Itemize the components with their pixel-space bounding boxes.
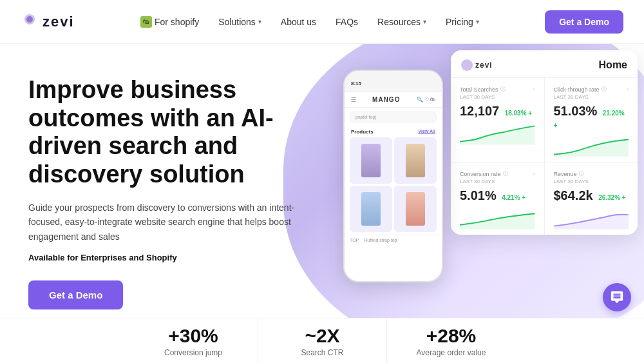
phone-product-grid: Frilled dress... Printed flowy... Frille… — [345, 137, 442, 232]
hero-badge: Available for Enterprises and Shopify — [28, 253, 309, 262]
hero-title: Improve business outcomes with an AI-dri… — [28, 76, 309, 189]
logo-icon — [21, 13, 39, 31]
product-figure-2 — [406, 144, 425, 177]
stats-bar: +30% Conversion jump ~2X Search CTR +28%… — [0, 318, 644, 363]
metric-conversion: Conversion rate ⓘ › LAST 30 DAYS 5.01% 4… — [451, 162, 544, 235]
hero-subtitle: Guide your prospects from discovery to c… — [28, 201, 299, 244]
info-icon-searches: ⓘ — [500, 86, 506, 93]
chart-searches — [460, 123, 535, 145]
phone-product-3[interactable]: Frilled flowy... — [350, 186, 392, 232]
dashboard-logo: zevi — [461, 59, 493, 71]
product-figure-1 — [361, 144, 381, 177]
chart-revenue — [554, 207, 629, 230]
stat-aov: +28% Average order value — [386, 319, 515, 364]
phone-header: ☰ MANGO 🔍 ♡ 🛍 — [345, 92, 442, 108]
arrow-icon-conversion[interactable]: › — [533, 171, 535, 177]
chevron-down-icon: ▾ — [258, 18, 261, 25]
hero-cta-button[interactable]: Get a Demo — [28, 280, 123, 309]
chevron-down-icon-resources: ▾ — [423, 18, 426, 25]
phone-search-bar[interactable]: pastel top| — [350, 112, 437, 123]
nav-resources[interactable]: Resources ▾ — [370, 13, 434, 31]
stat-ctr-label: Search CTR — [271, 348, 374, 357]
stat-conversion-value: +30% — [142, 325, 245, 347]
info-icon-revenue: ⓘ — [579, 170, 584, 177]
navbar: zevi 🛍 For shopify Solutions ▾ About us … — [0, 0, 644, 44]
shopify-icon: 🛍 — [140, 16, 152, 28]
chevron-down-icon-pricing: ▾ — [476, 18, 479, 25]
stat-conversion: +30% Conversion jump — [129, 319, 258, 364]
metric-ctr: Click-through rate ⓘ › LAST 30 DAYS 51.0… — [545, 78, 638, 162]
dashboard-header: zevi Home — [451, 50, 638, 78]
stat-ctr-value: ~2X — [271, 325, 374, 347]
dashboard-card: zevi Home Total Searches ⓘ › LAST 30 DAY… — [451, 50, 638, 235]
hero-section: Improve business outcomes with an AI-dri… — [0, 44, 644, 363]
stat-aov-label: Average order value — [400, 348, 502, 357]
chat-button[interactable] — [603, 283, 631, 311]
dashboard-logo-icon — [461, 59, 473, 71]
brand-name: zevi — [43, 14, 75, 30]
nav-for-shopify[interactable]: 🛍 For shopify — [133, 12, 207, 32]
phone-product-1[interactable]: Frilled dress... — [350, 137, 392, 184]
logo[interactable]: zevi — [21, 13, 75, 31]
nav-faqs[interactable]: FAQs — [328, 13, 366, 31]
phone-action-icons: 🔍 ♡ 🛍 — [417, 97, 435, 103]
nav-links: 🛍 For shopify Solutions ▾ About us FAQs … — [133, 12, 487, 32]
phone-bottom-bar: TOP Ruffled strap top — [345, 235, 442, 245]
metric-revenue: Revenue ⓘ LAST 30 DAYS $64.2k 26.32% + — [545, 162, 638, 235]
stat-conversion-label: Conversion jump — [142, 348, 245, 357]
info-icon-ctr: ⓘ — [601, 86, 607, 93]
phone-brand: MANGO — [372, 96, 400, 103]
phone-view-all[interactable]: View All — [419, 129, 435, 135]
nav-solutions[interactable]: Solutions ▾ — [211, 13, 269, 31]
svg-point-1 — [26, 16, 33, 23]
dashboard-metrics-grid: Total Searches ⓘ › LAST 30 DAYS 12,107 1… — [451, 78, 638, 235]
product-figure-4 — [406, 192, 425, 226]
chart-conversion — [460, 207, 535, 230]
hero-visuals: 8:15 ☰ MANGO 🔍 ♡ 🛍 pastel top| Products … — [343, 50, 638, 263]
phone-time: 8:15 — [351, 81, 361, 86]
chart-ctr — [554, 134, 629, 157]
phone-product-2[interactable]: Printed flowy... — [394, 137, 437, 184]
arrow-icon-searches[interactable]: › — [533, 86, 535, 92]
dashboard-logo-text: zevi — [475, 61, 493, 70]
metric-total-searches: Total Searches ⓘ › LAST 30 DAYS 12,107 1… — [451, 78, 544, 162]
dashboard-title: Home — [599, 59, 627, 71]
phone-mockup: 8:15 ☰ MANGO 🔍 ♡ 🛍 pastel top| Products … — [343, 70, 443, 282]
phone-product-4[interactable]: Ruffled strap... — [394, 186, 437, 232]
arrow-icon-ctr[interactable]: › — [627, 86, 629, 92]
chat-icon — [610, 290, 624, 304]
product-figure-3 — [361, 192, 381, 226]
nav-pricing[interactable]: Pricing ▾ — [438, 13, 487, 31]
nav-cta-button[interactable]: Get a Demo — [545, 10, 623, 34]
stat-ctr: ~2X Search CTR — [258, 319, 386, 364]
nav-about-us[interactable]: About us — [273, 13, 324, 31]
hero-content: Improve business outcomes with an AI-dri… — [0, 44, 309, 309]
info-icon-conversion: ⓘ — [503, 170, 508, 177]
stat-aov-value: +28% — [400, 325, 502, 347]
phone-products-label: Products View All — [345, 126, 442, 137]
phone-status-bar: 8:15 — [345, 71, 442, 92]
